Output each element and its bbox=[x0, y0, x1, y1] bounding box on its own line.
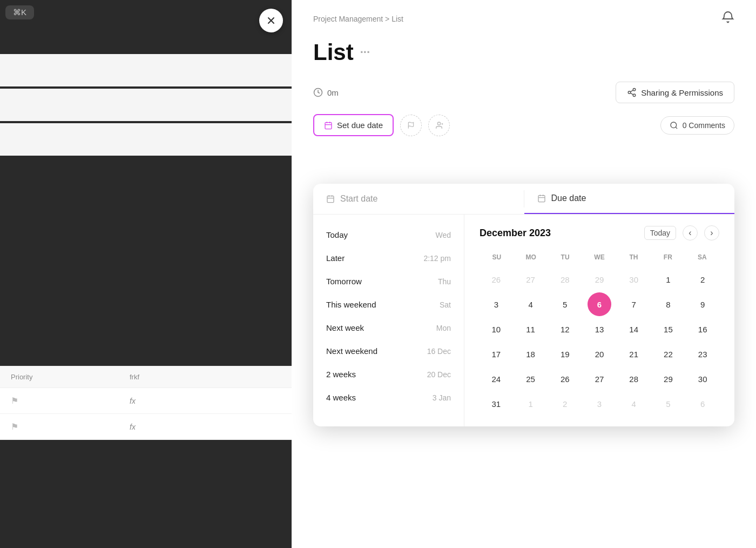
cal-cell-4[interactable]: 4 bbox=[622, 392, 646, 416]
notification-icon[interactable] bbox=[721, 11, 734, 26]
share-icon bbox=[627, 88, 637, 97]
cal-cell-29[interactable]: 29 bbox=[656, 367, 680, 391]
flag-icon bbox=[407, 122, 415, 129]
cal-cell-3[interactable]: 3 bbox=[484, 292, 508, 316]
cal-cell-28[interactable]: 28 bbox=[553, 268, 577, 291]
priority-header: Priority frkf bbox=[0, 366, 292, 388]
cal-cell-26[interactable]: 26 bbox=[553, 367, 577, 391]
cal-cell-31[interactable]: 31 bbox=[484, 392, 508, 416]
date-picker-body: TodayWedLater2:12 pmTomorrowThuThis week… bbox=[313, 215, 734, 426]
toolbar-row: Set due date 0 bbox=[313, 114, 734, 136]
flag-button[interactable] bbox=[400, 115, 422, 136]
today-button[interactable]: Today bbox=[644, 226, 676, 240]
cal-cell-16[interactable]: 16 bbox=[691, 317, 714, 341]
main-area: Project Management > List List ··· 0m bbox=[292, 0, 756, 548]
cal-cell-5[interactable]: 5 bbox=[553, 292, 577, 316]
cal-cell-15[interactable]: 15 bbox=[656, 317, 680, 341]
start-date-tab[interactable]: Start date bbox=[313, 184, 524, 214]
cal-cell-29[interactable]: 29 bbox=[588, 268, 611, 291]
cal-cell-21[interactable]: 21 bbox=[622, 342, 646, 366]
cal-cell-18[interactable]: 18 bbox=[519, 342, 543, 366]
cal-cell-1[interactable]: 1 bbox=[656, 268, 680, 291]
date-picker-header: Start date Due date bbox=[313, 184, 734, 215]
toolbar-left: Set due date bbox=[313, 114, 450, 136]
cal-cell-9[interactable]: 9 bbox=[691, 292, 714, 316]
due-date-tab[interactable]: Due date bbox=[524, 184, 735, 214]
cal-cell-30[interactable]: 30 bbox=[622, 268, 646, 291]
prev-month-button[interactable]: ‹ bbox=[683, 225, 698, 240]
cal-cell-8[interactable]: 8 bbox=[656, 292, 680, 316]
page-title: List ··· bbox=[313, 39, 370, 65]
quick-option-today[interactable]: TodayWed bbox=[313, 223, 464, 246]
quick-option-next-weekend[interactable]: Next weekend16 Dec bbox=[313, 339, 464, 363]
cal-cell-2[interactable]: 2 bbox=[691, 268, 714, 291]
cal-cell-4[interactable]: 4 bbox=[519, 292, 543, 316]
calendar-grid-body: 2627282930123456789101112131415161718192… bbox=[480, 268, 719, 416]
cal-cell-19[interactable]: 19 bbox=[553, 342, 577, 366]
cal-cell-12[interactable]: 12 bbox=[553, 317, 577, 341]
svg-point-4 bbox=[629, 91, 631, 94]
cal-cell-6[interactable]: 6 bbox=[588, 292, 611, 316]
calendar-grid-header: SUMOTUWETHFRSA bbox=[480, 251, 719, 263]
comments-button[interactable]: 0 Comments bbox=[660, 116, 734, 135]
set-due-date-button[interactable]: Set due date bbox=[313, 114, 394, 136]
cal-cell-28[interactable]: 28 bbox=[622, 367, 646, 391]
cal-cell-27[interactable]: 27 bbox=[519, 268, 543, 291]
action-bar: 0m Sharing & Permissions bbox=[313, 82, 734, 103]
cal-cell-11[interactable]: 11 bbox=[519, 317, 543, 341]
svg-line-17 bbox=[676, 127, 677, 129]
add-user-button[interactable] bbox=[428, 115, 450, 136]
left-row-1 bbox=[0, 54, 292, 86]
cal-cell-13[interactable]: 13 bbox=[588, 317, 611, 341]
left-panel: ⌘K Priority frkf ⚑ fx ⚑ fx bbox=[0, 0, 292, 548]
quick-option-tomorrow[interactable]: TomorrowThu bbox=[313, 270, 464, 293]
cal-header-su: SU bbox=[480, 251, 514, 263]
calendar-icon bbox=[324, 121, 333, 130]
cal-cell-14[interactable]: 14 bbox=[622, 317, 646, 341]
cal-cell-5[interactable]: 5 bbox=[656, 392, 680, 416]
page-title-row: List ··· bbox=[313, 39, 734, 65]
cal-cell-7[interactable]: 7 bbox=[622, 292, 646, 316]
quick-option-4-weeks[interactable]: 4 weeks3 Jan bbox=[313, 386, 464, 409]
cal-header-tu: TU bbox=[548, 251, 582, 263]
cal-cell-22[interactable]: 22 bbox=[656, 342, 680, 366]
quick-option-next-week[interactable]: Next weekMon bbox=[313, 316, 464, 339]
cal-header-fr: FR bbox=[651, 251, 685, 263]
sharing-label: Sharing & Permissions bbox=[641, 88, 723, 97]
cal-cell-6[interactable]: 6 bbox=[691, 392, 714, 416]
quick-option-this-weekend[interactable]: This weekendSat bbox=[313, 293, 464, 316]
cal-cell-23[interactable]: 23 bbox=[691, 342, 714, 366]
svg-point-3 bbox=[633, 89, 636, 91]
quick-option-later[interactable]: Later2:12 pm bbox=[313, 246, 464, 270]
cal-cell-26[interactable]: 26 bbox=[484, 268, 508, 291]
flag-icon-2: ⚑ bbox=[11, 422, 130, 432]
calendar-grid: SUMOTUWETHFRSA 2627282930123456789101112… bbox=[480, 251, 719, 416]
cal-cell-27[interactable]: 27 bbox=[588, 367, 611, 391]
cal-header-mo: MO bbox=[514, 251, 548, 263]
left-content bbox=[0, 54, 292, 156]
frkf-col-header: frkf bbox=[130, 373, 139, 381]
svg-rect-8 bbox=[325, 122, 332, 129]
cal-cell-1[interactable]: 1 bbox=[519, 392, 543, 416]
cal-cell-2[interactable]: 2 bbox=[553, 392, 577, 416]
priority-col-header: Priority bbox=[11, 373, 130, 381]
cal-cell-25[interactable]: 25 bbox=[519, 367, 543, 391]
svg-point-13 bbox=[437, 122, 440, 125]
left-row-2 bbox=[0, 89, 292, 121]
fx-text-2: fx bbox=[130, 423, 136, 431]
add-user-icon bbox=[435, 121, 443, 130]
sharing-permissions-button[interactable]: Sharing & Permissions bbox=[616, 82, 734, 103]
cal-cell-24[interactable]: 24 bbox=[484, 367, 508, 391]
cmd-k-badge[interactable]: ⌘K bbox=[5, 5, 34, 19]
cal-cell-17[interactable]: 17 bbox=[484, 342, 508, 366]
quick-option-2-weeks[interactable]: 2 weeks20 Dec bbox=[313, 363, 464, 386]
due-date-label: Due date bbox=[551, 193, 586, 203]
cal-cell-20[interactable]: 20 bbox=[588, 342, 611, 366]
cal-cell-30[interactable]: 30 bbox=[691, 367, 714, 391]
close-button[interactable] bbox=[259, 9, 283, 32]
cal-cell-10[interactable]: 10 bbox=[484, 317, 508, 341]
quick-options-panel: TodayWedLater2:12 pmTomorrowThuThis week… bbox=[313, 215, 464, 426]
next-month-button[interactable]: › bbox=[704, 225, 719, 240]
cal-cell-3[interactable]: 3 bbox=[588, 392, 611, 416]
more-options-button[interactable]: ··· bbox=[360, 45, 370, 59]
